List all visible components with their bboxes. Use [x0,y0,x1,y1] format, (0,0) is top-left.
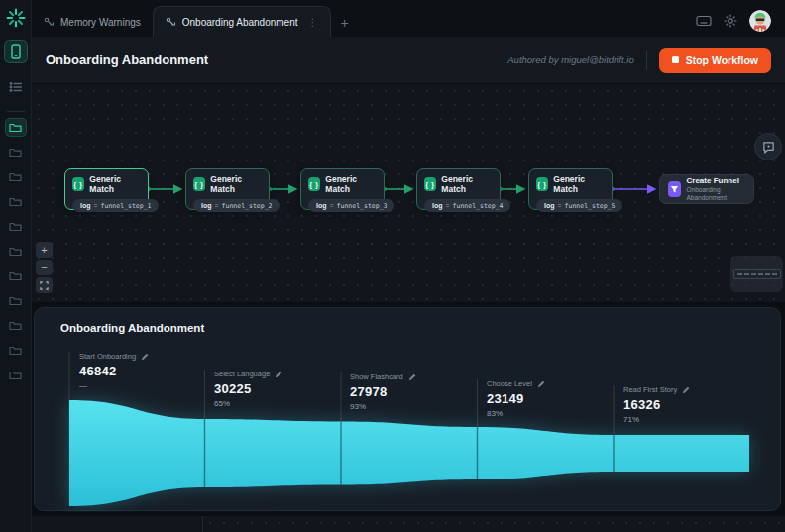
tab-memory-warnings[interactable]: Memory Warnings [32,7,153,37]
zoom-in-button[interactable]: + [36,242,53,258]
braces-icon: { } [72,177,84,191]
list-icon [9,81,23,93]
canvas-zoom-controls: + − [36,242,53,293]
fit-view-button[interactable] [36,277,53,293]
keyboard-icon[interactable] [696,15,712,27]
workflow-icon [166,17,176,27]
folder-icon[interactable] [5,242,27,261]
topbar-actions [696,10,785,37]
folder-icon[interactable] [5,167,27,186]
tab-onboarding-abandonment[interactable]: Onboarding Abandonment ⋮ [153,6,331,37]
folder-rail [5,112,27,384]
folder-icon[interactable] [5,341,27,360]
funnel-step-select-language: Select Language 30225 65% [214,370,282,408]
tab-menu-icon[interactable]: ⋮ [304,17,318,28]
bottom-section [32,516,785,532]
braces-icon: { } [424,177,436,191]
authored-by: Authored by miguel@bitdrift.io [507,54,633,65]
edit-icon[interactable] [408,373,416,381]
funnel-panel: Onboarding Abandonment Start Onbo [34,307,781,511]
zoom-out-button[interactable]: − [36,260,53,275]
match-condition: log=funnel_step_3 [308,199,394,212]
braces-icon: { } [308,177,320,191]
minimap-viewport [733,269,781,279]
funnel-step-show-flashcard: Show Flashcard 27978 93% [350,372,416,411]
folder-icon[interactable] [5,143,27,161]
edit-icon[interactable] [537,380,545,388]
node-create-funnel[interactable]: Create Funnel Onboarding Abandonment [659,174,754,204]
folder-icon[interactable] [5,192,27,211]
folder-icon[interactable] [5,266,27,285]
braces-icon: { } [193,177,205,191]
canvas-minimap[interactable] [730,256,783,292]
bottom-section-canvas [203,516,785,532]
edit-icon[interactable] [682,386,690,394]
funnel-step-choose-level: Choose Level 23149 83% [487,379,545,418]
folder-icon[interactable] [5,291,27,310]
braces-icon: { } [536,177,548,191]
match-condition: log=funnel_step_1 [72,199,159,212]
stop-workflow-button[interactable]: Stop Workflow [659,48,771,73]
add-tab-button[interactable]: + [331,15,359,37]
folder-icon[interactable] [5,316,27,335]
node-generic-match-1[interactable]: { } Generic Match log=funnel_step_1 [64,168,149,210]
folder-icon-active[interactable] [5,118,27,137]
workflow-header: Onboarding Abandonment Authored by migue… [32,37,785,84]
header-divider [646,51,647,70]
workflow-icon [44,17,55,27]
tab-label: Onboarding Abandonment [182,17,298,28]
node-generic-match-4[interactable]: { } Generic Match log=funnel_step_4 [416,168,501,210]
match-condition: log=funnel_step_4 [424,199,510,212]
node-generic-match-2[interactable]: { } Generic Match log=funnel_step_2 [185,168,270,210]
gear-icon[interactable] [724,14,737,28]
tab-label: Memory Warnings [60,17,141,28]
chat-icon [762,141,775,154]
funnel-step-read-first-story: Read First Story 16326 71% [623,385,690,424]
avatar[interactable] [749,10,771,32]
phone-icon [10,44,22,59]
folder-icon[interactable] [5,366,27,384]
match-condition: log=funnel_step_5 [536,199,622,212]
bitdrift-logo-icon [6,8,26,28]
edit-icon[interactable] [275,371,282,378]
match-condition: log=funnel_step_2 [193,199,280,212]
top-bar: Memory Warnings Onboarding Abandonment ⋮… [32,0,785,37]
node-generic-match-3[interactable]: { } Generic Match log=funnel_step_3 [300,168,385,210]
stop-icon [672,56,679,63]
node-generic-match-5[interactable]: { } Generic Match log=funnel_step_5 [528,168,613,210]
funnel-icon [668,181,681,197]
sidebar-item-devices[interactable] [4,40,28,63]
sidebar [0,0,32,532]
bottom-section-sidebar [32,516,203,532]
page-title: Onboarding Abandonment [46,53,208,67]
folder-icon[interactable] [5,217,27,236]
chat-bubble-button[interactable] [754,133,782,160]
edit-icon[interactable] [141,353,149,361]
sidebar-item-list[interactable] [4,75,28,99]
workflow-canvas[interactable]: { } Generic Match log=funnel_step_1 { } … [32,84,785,302]
funnel-step-start-onboarding: Start Onboarding 46842 — [79,352,149,390]
